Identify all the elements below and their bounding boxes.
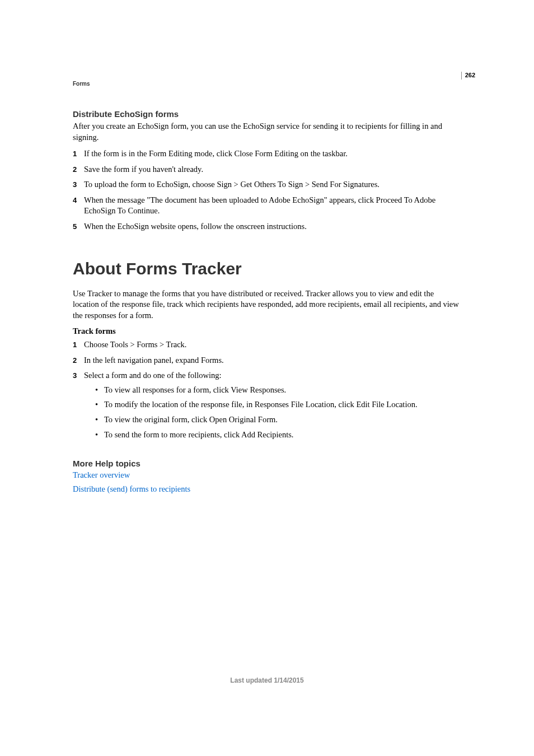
step-text: When the message "The document has been … xyxy=(84,195,462,217)
step-item: 3 Select a form and do one of the follow… xyxy=(73,370,462,444)
bullet-mark: • xyxy=(95,414,104,426)
step-number: 3 xyxy=(73,370,84,444)
step-item: 3 To upload the form to EchoSign, choose… xyxy=(73,179,462,190)
step-text: When the EchoSign website opens, follow … xyxy=(84,221,462,232)
step-item: 5 When the EchoSign website opens, follo… xyxy=(73,221,462,232)
page-content: Distribute EchoSign forms After you crea… xyxy=(73,109,462,498)
page-number: 262 xyxy=(461,72,475,80)
step-text: Choose Tools > Forms > Track. xyxy=(84,339,462,351)
sub-heading-track-forms: Track forms xyxy=(73,326,462,336)
step-text: If the form is in the Form Editing mode,… xyxy=(84,148,462,160)
step-number: 2 xyxy=(73,164,84,175)
step-item: 2 In the left navigation panel, expand F… xyxy=(73,355,462,366)
bullet-text: To view all responses for a form, click … xyxy=(104,385,286,396)
step-item: 4 When the message "The document has bee… xyxy=(73,195,462,217)
bullet-item: • To send the form to more recipients, c… xyxy=(95,430,462,441)
link-distribute-forms[interactable]: Distribute (send) forms to recipients xyxy=(73,484,462,494)
step-text: To upload the form to EchoSign, choose S… xyxy=(84,179,462,190)
step-number: 1 xyxy=(73,339,84,351)
step-number: 4 xyxy=(73,195,84,217)
main-heading-tracker: About Forms Tracker xyxy=(73,259,462,278)
bullet-text: To send the form to more recipients, cli… xyxy=(104,430,293,441)
step-item: 2 Save the form if you haven't already. xyxy=(73,164,462,175)
subsection-heading-distribute: Distribute EchoSign forms xyxy=(73,109,462,119)
step-item: 1 Choose Tools > Forms > Track. xyxy=(73,339,462,351)
step-number: 5 xyxy=(73,221,84,232)
bullet-item: • To view the original form, click Open … xyxy=(95,414,462,426)
distribute-steps-list: 1 If the form is in the Form Editing mod… xyxy=(73,148,462,232)
step-text: Save the form if you haven't already. xyxy=(84,164,462,175)
more-help-heading: More Help topics xyxy=(73,459,462,468)
bullet-text: To modify the location of the response f… xyxy=(104,399,418,410)
step-number: 3 xyxy=(73,179,84,190)
footer-last-updated: Last updated 1/14/2015 xyxy=(0,676,534,684)
section-header: Forms xyxy=(73,81,90,87)
bullet-mark: • xyxy=(95,385,104,396)
step-with-bullets: Select a form and do one of the followin… xyxy=(84,370,462,444)
subsection-intro: After you create an EchoSign form, you c… xyxy=(73,121,462,143)
step-text: Select a form and do one of the followin… xyxy=(84,371,222,380)
bullet-mark: • xyxy=(95,399,104,410)
track-forms-steps: 1 Choose Tools > Forms > Track. 2 In the… xyxy=(73,339,462,444)
step-number: 1 xyxy=(73,148,84,160)
bullet-item: • To modify the location of the response… xyxy=(95,399,462,410)
bullet-list: • To view all responses for a form, clic… xyxy=(95,385,462,440)
step-text: In the left navigation panel, expand For… xyxy=(84,355,462,366)
link-tracker-overview[interactable]: Tracker overview xyxy=(73,470,462,480)
bullet-mark: • xyxy=(95,430,104,441)
step-item: 1 If the form is in the Form Editing mod… xyxy=(73,148,462,160)
step-number: 2 xyxy=(73,355,84,366)
bullet-text: To view the original form, click Open Or… xyxy=(104,414,278,426)
main-intro: Use Tracker to manage the forms that you… xyxy=(73,288,462,321)
bullet-item: • To view all responses for a form, clic… xyxy=(95,385,462,396)
